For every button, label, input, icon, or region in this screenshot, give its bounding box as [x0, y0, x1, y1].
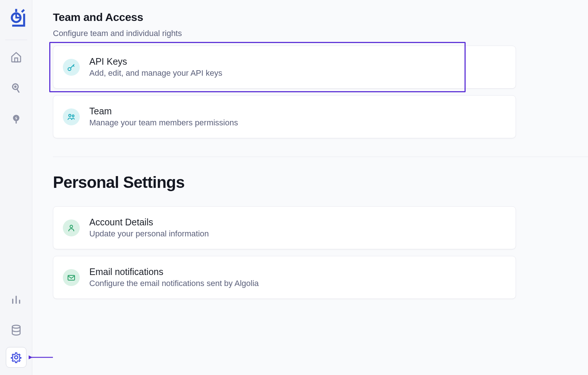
database-icon [10, 324, 22, 336]
user-icon [63, 219, 80, 236]
sidebar-item-data[interactable] [7, 321, 25, 339]
card-description: Configure the email notifications sent b… [89, 279, 259, 288]
svg-rect-19 [68, 275, 75, 280]
bars-icon [10, 293, 22, 305]
sidebar-item-rules[interactable] [7, 110, 25, 128]
key-icon [63, 59, 80, 76]
section-divider [53, 157, 588, 157]
home-icon [10, 51, 22, 63]
section-personal-settings-heading: Personal Settings [53, 173, 588, 192]
section-team-access-heading: Team and Access [53, 11, 588, 24]
sidebar [0, 0, 32, 375]
card-api-keys[interactable]: API Keys Add, edit, and manage your API … [53, 46, 516, 89]
svg-rect-1 [15, 58, 18, 62]
svg-point-18 [70, 225, 73, 228]
card-description: Update your personal information [89, 229, 209, 239]
card-account-details[interactable]: Account Details Update your personal inf… [53, 206, 516, 249]
main-content: Team and Access Configure team and indiv… [32, 0, 588, 375]
brand-logo[interactable] [7, 8, 26, 27]
sidebar-item-search[interactable] [7, 79, 25, 97]
svg-point-16 [69, 114, 71, 117]
svg-point-17 [72, 115, 74, 117]
card-description: Manage your team members permissions [89, 118, 238, 128]
card-title: Team [89, 106, 238, 117]
sidebar-item-analytics[interactable] [7, 290, 25, 308]
section-team-access-subheading: Configure team and individual rights [53, 29, 588, 38]
sidebar-divider [5, 40, 27, 40]
sidebar-item-home[interactable] [7, 48, 25, 66]
mail-icon [63, 269, 80, 286]
algolia-logo-icon [7, 8, 26, 27]
card-title: Email notifications [89, 267, 259, 277]
users-icon [63, 108, 80, 125]
card-title: Account Details [89, 217, 209, 228]
card-description: Add, edit, and manage your API keys [89, 68, 222, 78]
svg-line-15 [73, 65, 74, 67]
svg-point-10 [12, 325, 20, 328]
svg-point-3 [14, 86, 17, 88]
sidebar-item-settings[interactable] [6, 347, 26, 368]
svg-point-13 [68, 68, 71, 71]
svg-line-4 [17, 89, 19, 92]
bolt-icon [11, 114, 21, 124]
card-title: API Keys [89, 56, 222, 67]
card-team[interactable]: Team Manage your team members permission… [53, 95, 516, 138]
search-icon [11, 83, 21, 93]
card-email-notifications[interactable]: Email notifications Configure the email … [53, 256, 516, 299]
gear-icon [10, 351, 22, 364]
svg-point-11 [14, 356, 18, 359]
